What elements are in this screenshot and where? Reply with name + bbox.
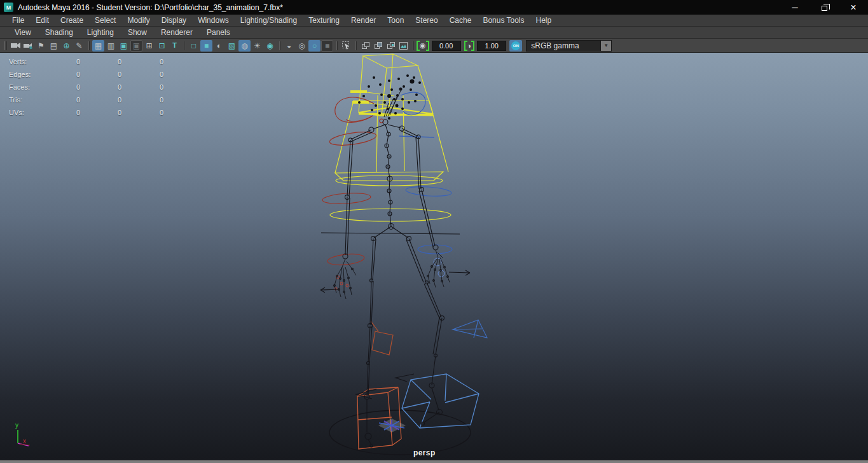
window-bottom-border <box>0 460 868 463</box>
textured-icon[interactable]: ◍ <box>238 40 251 52</box>
color-management-toggle[interactable]: ON <box>509 40 522 52</box>
window-title: Autodesk Maya 2016 - Student Version: D:… <box>18 3 283 12</box>
toolbar-separator <box>184 41 184 50</box>
motion-blur-icon[interactable]: ◎ <box>296 40 308 52</box>
menu-texturing[interactable]: Texturing <box>303 16 345 25</box>
camera-name-label: persp <box>413 448 436 457</box>
menu-help[interactable]: Help <box>530 16 558 25</box>
grease-pencil-icon[interactable]: ✎ <box>73 40 85 52</box>
maya-app-icon: M <box>4 3 13 12</box>
safe-action-icon[interactable]: ⊡ <box>156 40 168 52</box>
toolbar-separator <box>88 41 89 50</box>
menu-create[interactable]: Create <box>55 16 89 25</box>
panel-menu-bar: View Shading Lighting Show Renderer Pane… <box>0 27 868 39</box>
xray-icon[interactable] <box>359 40 371 52</box>
chevron-down-icon[interactable]: ▼ <box>601 40 612 52</box>
menu-stereo[interactable]: Stereo <box>410 16 443 25</box>
xray-joints-icon[interactable] <box>372 40 384 52</box>
toolbar-drag-handle[interactable] <box>4 41 7 50</box>
multisample-aa-icon[interactable]: ○ <box>308 40 320 52</box>
view-transform-value: sRGB gamma <box>526 40 601 52</box>
image-plane-icon[interactable]: ▤ <box>48 40 60 52</box>
on-icon: ON <box>511 41 520 50</box>
xray-joints-glyph <box>375 42 382 49</box>
right-side-controls[interactable] <box>399 92 487 338</box>
square-front <box>364 42 369 47</box>
toolbar-separator <box>279 41 280 50</box>
axis-y-label: y <box>15 422 18 429</box>
restore-icon <box>822 6 827 11</box>
menu-toon[interactable]: Toon <box>382 16 410 25</box>
plugin-shapes-glyph <box>399 42 408 50</box>
gate-mask-icon[interactable]: ▣ <box>130 40 142 52</box>
square-front <box>377 42 382 47</box>
cursor-glyph <box>342 41 350 50</box>
close-button[interactable]: × <box>839 0 868 15</box>
main-menu-bar: File Edit Create Select Modify Display W… <box>0 15 868 27</box>
maya-window: M Autodesk Maya 2016 - Student Version: … <box>0 0 868 463</box>
resolution-gate-icon[interactable]: ▣ <box>118 40 130 52</box>
toolbar-separator <box>355 41 356 50</box>
toolbar-separator <box>413 41 413 50</box>
toolbar-separator <box>336 41 337 50</box>
panel-toolbar: ⚑ ▤ ⊕ ✎ ▦ ▥ ▣ ▣ ⊞ ⊡ T □ ■ ◐ ▧ ◍ ☀ ◉ ◒ ◎ … <box>0 39 868 53</box>
right-foot-control-box[interactable] <box>402 374 479 428</box>
plugin-shapes-icon[interactable] <box>397 40 410 52</box>
use-all-lights-icon[interactable]: ☀ <box>251 40 263 52</box>
shadows-icon[interactable]: ◉ <box>264 40 276 52</box>
default-material-icon[interactable]: ◐ <box>213 40 225 52</box>
camera-gear-glyph <box>24 42 33 50</box>
wireframe-icon[interactable]: □ <box>188 40 200 52</box>
exposure-icon[interactable]: ◉ <box>417 41 429 51</box>
bookmark-icon[interactable]: ⚑ <box>35 40 47 52</box>
depth-of-field-icon[interactable]: ■ <box>321 40 333 52</box>
square-front <box>390 42 395 47</box>
menu-file[interactable]: File <box>6 16 30 25</box>
view-axis-gizmo: y x <box>15 422 30 446</box>
isolate-select-icon[interactable] <box>340 40 352 52</box>
xray-active-glyph <box>387 42 395 49</box>
panel-menu-shading[interactable]: Shading <box>38 28 80 37</box>
menu-display[interactable]: Display <box>156 16 192 25</box>
occlusion-icon[interactable]: ◒ <box>283 40 295 52</box>
menu-select[interactable]: Select <box>89 16 121 25</box>
restore-button[interactable] <box>809 0 839 15</box>
safe-title-icon[interactable]: T <box>169 40 181 52</box>
perspective-viewport[interactable]: Verts: 0 0 0 Edges: 0 0 0 Faces: 0 0 0 T… <box>0 53 868 460</box>
select-camera-icon[interactable] <box>10 40 22 52</box>
master-control-star[interactable] <box>378 418 406 432</box>
camera-attributes-icon[interactable] <box>22 40 34 52</box>
menu-cache[interactable]: Cache <box>444 16 478 25</box>
viewport-canvas[interactable]: y x <box>0 53 868 460</box>
menu-render[interactable]: Render <box>345 16 382 25</box>
hip-line-widget[interactable] <box>321 233 460 234</box>
grid-icon[interactable]: ▦ <box>92 40 104 52</box>
menu-bonus-tools[interactable]: Bonus Tools <box>477 16 530 25</box>
minimize-button[interactable]: ─ <box>780 0 809 15</box>
panel-menu-show[interactable]: Show <box>121 28 154 37</box>
menu-modify[interactable]: Modify <box>121 16 155 25</box>
shade-wireframe-icon[interactable]: ▧ <box>226 40 238 52</box>
menu-windows[interactable]: Windows <box>192 16 235 25</box>
title-bar[interactable]: M Autodesk Maya 2016 - Student Version: … <box>0 0 868 15</box>
menu-lighting-shading[interactable]: Lighting/Shading <box>235 16 303 25</box>
panel-menu-lighting[interactable]: Lighting <box>80 28 121 37</box>
smooth-shade-icon[interactable]: ■ <box>200 40 212 52</box>
window-controls: ─ × <box>780 0 868 15</box>
panel-menu-panels[interactable]: Panels <box>200 28 237 37</box>
contrast-icon[interactable]: ◑ <box>464 41 475 51</box>
menu-edit[interactable]: Edit <box>30 16 55 25</box>
xray-active-icon[interactable] <box>385 40 397 52</box>
xray-glyph <box>362 42 369 49</box>
field-chart-icon[interactable]: ⊞ <box>143 40 155 52</box>
axis-x-label: x <box>23 438 26 445</box>
exposure-field[interactable]: 0.00 <box>432 41 461 51</box>
panel-menu-renderer[interactable]: Renderer <box>154 28 200 37</box>
panel-menu-view[interactable]: View <box>8 28 38 37</box>
camera-glyph <box>11 42 20 49</box>
film-gate-icon[interactable]: ▥ <box>105 40 117 52</box>
view-transform-dropdown[interactable]: sRGB gamma ▼ <box>526 40 612 52</box>
pan-zoom-icon[interactable]: ⊕ <box>60 40 72 52</box>
contrast-field[interactable]: 1.00 <box>477 41 506 51</box>
